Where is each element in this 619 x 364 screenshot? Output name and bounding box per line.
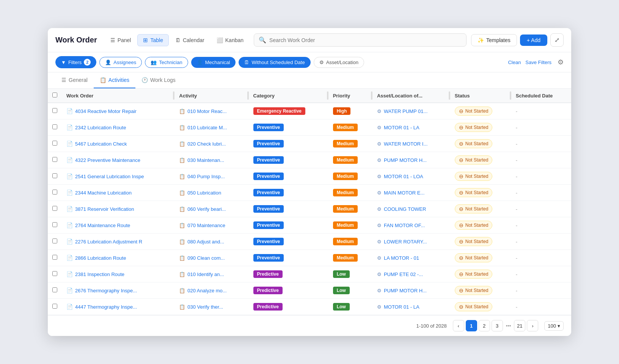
work-order-link[interactable]: 📄 2381 Inspection Route — [66, 271, 170, 277]
page-1-button[interactable]: 1 — [466, 320, 477, 331]
prev-page-button[interactable]: ‹ — [453, 320, 464, 331]
activity-link[interactable]: 📋 080 Adjust and... — [179, 239, 244, 245]
technician-chip[interactable]: 👥 Technician — [145, 57, 188, 68]
tab-calendar[interactable]: 🗓 Calendar — [170, 34, 210, 46]
page-21-button[interactable]: 21 — [514, 320, 525, 331]
activity-link[interactable]: 📋 010 Motor Reac... — [179, 108, 244, 114]
view-tabs: ☰ Panel ⊞ Table 🗓 Calendar ⬜ Kanban — [105, 34, 249, 46]
col-scheduled-date: Scheduled Date — [511, 89, 571, 103]
filters-chip[interactable]: ▼ Filters 2 — [55, 56, 96, 68]
select-all-checkbox[interactable] — [52, 93, 57, 97]
scheduled-date-cell: - — [511, 168, 571, 185]
clean-button[interactable]: Clean — [508, 60, 521, 65]
status-cell: ⊖ Not Started — [450, 103, 511, 119]
work-order-link[interactable]: 📄 2676 Thermography Inspe... — [66, 287, 170, 293]
calendar-icon: 🗓 — [175, 37, 181, 43]
activity-link[interactable]: 📋 010 Lubricate M... — [179, 125, 244, 130]
table-row: 📄 5467 Lubrication Check 📋 020 Check lub… — [48, 136, 571, 152]
work-order-link[interactable]: 📄 3871 Reservoir Verification — [66, 206, 170, 212]
scheduled-date-cell: - — [511, 185, 571, 201]
asset-link[interactable]: ⚙ MOTOR 01 - LOA — [377, 174, 446, 179]
row-checkbox[interactable] — [52, 287, 57, 292]
priority-cell: Medium — [328, 234, 372, 250]
row-checkbox[interactable] — [52, 141, 57, 146]
row-checkbox[interactable] — [52, 173, 57, 178]
work-order-link[interactable]: 📄 2344 Machine Lubrication — [66, 190, 170, 196]
work-order-link[interactable]: 📄 4447 Thermography Inspe... — [66, 304, 170, 310]
tab-work-logs[interactable]: 🕐 Work Logs — [135, 72, 182, 88]
table-row: 📄 3871 Reservoir Verification 📋 060 Veri… — [48, 201, 571, 217]
activity-link[interactable]: 📋 030 Verify ther... — [179, 304, 244, 310]
per-page-selector[interactable]: 100 ▾ — [544, 321, 564, 331]
assignees-chip[interactable]: 👤 Assignees — [99, 57, 142, 68]
work-order-link[interactable]: 📄 4322 Preventive Maintenance — [66, 157, 170, 163]
row-checkbox[interactable] — [52, 124, 57, 129]
asset-link[interactable]: ⚙ MAIN MOTOR E... — [377, 190, 446, 196]
status-dot: ⊖ — [459, 304, 463, 310]
templates-button[interactable]: ✨ Templates — [471, 34, 517, 46]
work-order-link[interactable]: 📄 2541 General Lubrication Inspe — [66, 173, 170, 179]
asset-link[interactable]: ⚙ LA MOTOR - 01 — [377, 255, 446, 261]
activity-link[interactable]: 📋 040 Pump Insp... — [179, 174, 244, 179]
work-order-link[interactable]: 📄 2764 Maintenance Route — [66, 222, 170, 228]
row-checkbox[interactable] — [52, 304, 57, 309]
activity-link[interactable]: 📋 020 Check lubri... — [179, 141, 244, 147]
asset-link[interactable]: ⚙ PUMP ETE 02 -... — [377, 271, 446, 277]
asset-link[interactable]: ⚙ PUMP MOTOR H... — [377, 157, 446, 163]
page-3-button[interactable]: 3 — [492, 320, 503, 331]
mechanical-chip[interactable]: 👤 Mechanical — [191, 57, 236, 68]
asset-link[interactable]: ⚙ LOWER ROTARY... — [377, 239, 446, 245]
row-checkbox-cell — [48, 185, 62, 201]
row-checkbox[interactable] — [52, 238, 57, 243]
work-order-link[interactable]: 📄 2276 Lubrication Adjustment R — [66, 238, 170, 245]
work-order-link[interactable]: 📄 2342 Lubrication Route — [66, 124, 170, 130]
row-checkbox[interactable] — [52, 255, 57, 260]
status-cell: ⊖ Not Started — [450, 168, 511, 185]
fullscreen-button[interactable]: ⤢ — [550, 33, 564, 47]
activity-link[interactable]: 📋 030 Maintenan... — [179, 157, 244, 163]
without-scheduled-date-chip[interactable]: 🗓 Without Scheduled Date — [239, 57, 310, 68]
tab-general[interactable]: ☰ General — [55, 72, 94, 88]
general-icon: ☰ — [61, 77, 66, 83]
asset-link[interactable]: ⚙ WATER PUMP 01... — [377, 108, 446, 114]
add-button[interactable]: + Add — [520, 35, 547, 46]
asset-link[interactable]: ⚙ MOTOR 01 - LA — [377, 304, 446, 310]
asset-location-chip[interactable]: ⚙ Asset/Location — [314, 57, 364, 68]
scheduled-date-cell: - — [511, 119, 571, 136]
activity-link[interactable]: 📋 060 Verify beari... — [179, 206, 244, 212]
row-checkbox[interactable] — [52, 157, 57, 162]
row-checkbox[interactable] — [52, 108, 57, 113]
scheduled-date-value: - — [516, 223, 517, 228]
page-nav: ‹ 1 2 3 ••• 21 › — [453, 320, 539, 331]
search-input[interactable] — [269, 37, 462, 43]
doc-icon: 📄 — [66, 287, 73, 293]
activity-link[interactable]: 📋 010 Identify an... — [179, 271, 244, 277]
page-2-button[interactable]: 2 — [479, 320, 490, 331]
tab-panel[interactable]: ☰ Panel — [105, 34, 137, 46]
category-cell: Predictive — [249, 299, 328, 315]
next-page-button[interactable]: › — [527, 320, 538, 331]
tab-table[interactable]: ⊞ Table — [137, 34, 168, 46]
row-checkbox[interactable] — [52, 271, 57, 276]
tab-activities[interactable]: 📋 Activities — [94, 72, 135, 88]
priority-cell: Medium — [328, 136, 372, 152]
save-filters-button[interactable]: Save Filters — [525, 60, 551, 65]
activity-link[interactable]: 📋 020 Analyze mo... — [179, 288, 244, 293]
work-order-link[interactable]: 📄 5467 Lubrication Check — [66, 141, 170, 147]
asset-link[interactable]: ⚙ FAN MOTOR OF... — [377, 223, 446, 228]
settings-icon[interactable]: ⚙ — [558, 58, 564, 66]
activity-link[interactable]: 📋 070 Maintenance — [179, 223, 244, 228]
row-checkbox[interactable] — [52, 206, 57, 211]
activity-link[interactable]: 📋 050 Lubrication — [179, 190, 244, 196]
work-order-link[interactable]: 📄 4034 Reactive Motor Repair — [66, 108, 170, 114]
activity-link[interactable]: 📋 090 Clean com... — [179, 255, 244, 261]
row-checkbox[interactable] — [52, 190, 57, 195]
work-order-cell: 📄 4034 Reactive Motor Repair — [62, 103, 174, 119]
asset-link[interactable]: ⚙ MOTOR 01 - LA — [377, 125, 446, 130]
asset-link[interactable]: ⚙ WATER MOTOR I... — [377, 141, 446, 147]
work-order-link[interactable]: 📄 2866 Lubrication Route — [66, 255, 170, 261]
row-checkbox[interactable] — [52, 222, 57, 227]
tab-kanban[interactable]: ⬜ Kanban — [211, 34, 249, 46]
asset-link[interactable]: ⚙ COOLING TOWER — [377, 206, 446, 212]
asset-link[interactable]: ⚙ PUMP MOTOR H... — [377, 288, 446, 293]
